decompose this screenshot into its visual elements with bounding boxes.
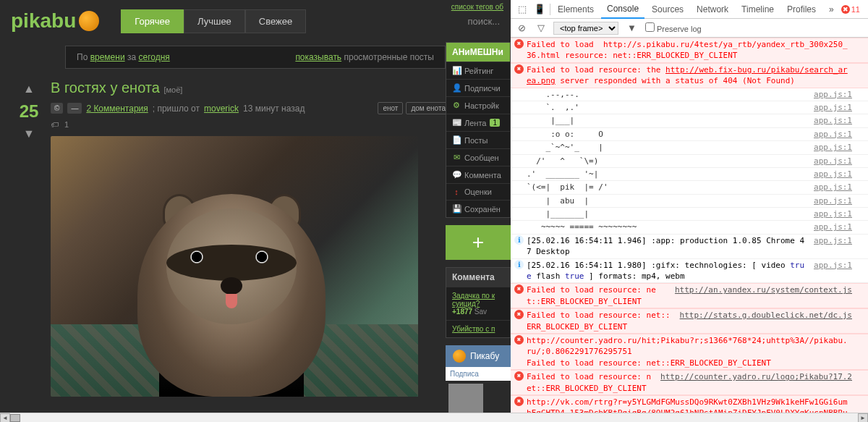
sidebar-item[interactable]: 💬Коммента [446,166,510,183]
horizontal-scrollbar[interactable]: ◄ ► [0,413,868,422]
log-source-link[interactable]: app.js:1 [814,235,852,258]
filter-show-link[interactable]: показывать [295,52,341,62]
post-image[interactable] [51,136,418,397]
console-row[interactable]: Failed to load resource: net::ERR_BLOCKE… [511,370,868,395]
sidebar-item[interactable]: ✉Сообщен [446,148,510,166]
console-row[interactable]: `. ,.'app.js:1 [511,101,868,114]
tab-fresh[interactable]: Свежее [245,9,306,33]
console-row[interactable]: | abu |app.js:1 [511,195,868,208]
log-source-link[interactable]: http://stats.g.doubleclick.net/dc.js [680,310,852,332]
tag[interactable]: дом енота [406,102,451,114]
tab-network[interactable]: Network [691,1,734,18]
console-row[interactable]: ~~~~~ ===== ~~~~~~~~app.js:1 [511,221,868,234]
console-row[interactable]: |___|app.js:1 [511,114,868,127]
console-row[interactable]: http://vk.com/rtrg?r=y5YLGMdFGMussDQo9RK… [511,395,868,413]
upvote-button[interactable]: ▲ [7,80,51,98]
log-source-link[interactable]: app.js:1 [814,129,852,140]
console-row[interactable]: /' ^ `\=)app.js:1 [511,155,868,168]
vk-subscribe[interactable]: Подписа [446,367,511,381]
frame-select[interactable]: <top frame> [553,22,618,35]
author-link[interactable]: moverick [204,104,239,114]
comments-link[interactable]: 2 Комментария [86,104,148,114]
search-input[interactable]: поиск... [467,16,500,27]
log-message: http://vk.com/rtrg?r=y5YLGMdFGMussDQo9RK… [527,397,852,413]
console-output[interactable]: Failed to load http://s.pikabu.ru/4test/… [511,38,868,413]
username[interactable]: АНиМЕШНи [446,43,510,62]
sidebar-comment-item[interactable]: Задачка по ксуицид?+1877 Sav [446,287,510,320]
filter-time-link[interactable]: времени [90,52,125,62]
tab-best[interactable]: Лучшее [184,9,245,33]
post-time: 13 минут назад [243,104,305,114]
console-row[interactable]: .' _______ '~|app.js:1 [511,168,868,181]
sidebar-item[interactable]: 📊Рейтинг [446,62,510,79]
log-source-link[interactable]: app.js:1 [814,142,852,153]
log-source-link[interactable]: app.js:1 [814,195,852,206]
log-source-link[interactable]: app.js:1 [814,102,852,113]
log-message: [25.02.16 16:54:11 1.946] :app: producti… [527,235,808,258]
tab-sources[interactable]: Sources [646,1,689,18]
sidebar-item[interactable]: 💾Сохранён [446,200,510,217]
console-row[interactable]: .--,--.app.js:1 [511,88,868,101]
post-title[interactable]: В гостях у енота [моё] [51,80,511,96]
scroll-thumb[interactable] [10,414,20,422]
console-row[interactable]: Failed to load http://s.pikabu.ru/4test/… [511,38,868,63]
console-row[interactable]: [25.02.16 16:54:11 1.946] :app: producti… [511,235,868,259]
log-source-link[interactable]: app.js:1 [814,89,852,100]
log-source-link[interactable]: http://an.yandex.ru/system/context.js [675,284,852,307]
tag[interactable]: енот [378,102,403,114]
filter2-icon[interactable]: ▼ [624,20,639,36]
sidebar-item[interactable]: ↕Оценки [446,183,510,200]
preserve-log[interactable]: Preserve log [645,22,702,33]
log-message: http://counter.yadro.ru/hit;Pikabu?r;s13… [527,335,852,368]
tab-hot[interactable]: Горячее [121,9,184,33]
log-source-link[interactable]: app.js:1 [814,169,852,180]
sidebar-item[interactable]: 👤Подписчи [446,79,510,96]
log-source-link[interactable]: app.js:1 [814,115,852,126]
log-message: Failed to load http://s.pikabu.ru/4test/… [527,39,852,62]
top-links[interactable]: список тегов об [451,3,503,11]
log-source-link[interactable]: app.js:1 [814,182,852,193]
tab-profiles[interactable]: Profiles [781,1,822,18]
console-row[interactable]: `(<=| pik |= /'app.js:1 [511,181,868,194]
tab-elements[interactable]: Elements [552,1,600,18]
scroll-right-button[interactable]: ► [858,413,868,423]
scroll-left-button[interactable]: ◄ [0,413,10,423]
filter-today-link[interactable]: сегодня [138,52,169,62]
sidebar-item[interactable]: ⚙Настройк [446,96,510,114]
log-source-link[interactable]: app.js:1 [814,221,852,232]
console-row[interactable]: _`~^~'_ |app.js:1 [511,141,868,154]
inspect-icon[interactable]: ⬚ [515,1,529,17]
tab-console[interactable]: Console [601,0,644,19]
sidebar-item[interactable]: 📄Посты [446,131,510,148]
menu-icon[interactable]: ⋮ [861,1,868,17]
tab-more[interactable]: » [823,1,840,18]
error-count[interactable]: ✖11 [841,5,860,14]
logo[interactable]: pikabu [11,9,99,33]
avatar[interactable] [448,384,483,413]
post-badge: — [67,103,82,114]
log-source-link[interactable]: app.js:1 [814,208,852,219]
sidebar-item[interactable]: 📰Лента1 [446,114,510,131]
item-icon: ↕ [452,187,461,196]
console-row[interactable]: [25.02.16 16:54:11 1.980] :gifx: technol… [511,259,868,284]
console-row[interactable]: :o o: Oapp.js:1 [511,128,868,141]
vk-widget[interactable]: Пикабу [446,345,511,367]
device-icon[interactable]: 📱 [531,1,548,17]
tab-timeline[interactable]: Timeline [736,1,780,18]
downvote-button[interactable]: ▼ [7,125,51,143]
console-row[interactable]: http://counter.yadro.ru/hit;Pikabu?r;s13… [511,334,868,370]
sidebar-comment-item[interactable]: Убийство с п [446,320,510,337]
log-source-link[interactable]: app.js:1 [814,260,852,282]
item-label: Посты [464,136,488,145]
clear-icon[interactable]: ⊘ [515,20,529,36]
add-post-button[interactable]: + [446,225,511,260]
console-row[interactable]: |_______|app.js:1 [511,208,868,221]
log-message: .--,--. [527,89,808,100]
console-row[interactable]: Failed to load resource: net::ERR_BLOCKE… [511,283,868,308]
console-row[interactable]: Failed to load resource: the http://web.… [511,63,868,88]
badge: 1 [490,119,500,127]
log-source-link[interactable]: http://counter.yadro.ru/logo;Pikabu?17.2 [660,371,852,394]
console-row[interactable]: Failed to load resource: net::ERR_BLOCKE… [511,308,868,334]
filter-icon[interactable]: ▽ [535,20,548,36]
log-source-link[interactable]: app.js:1 [814,156,852,166]
